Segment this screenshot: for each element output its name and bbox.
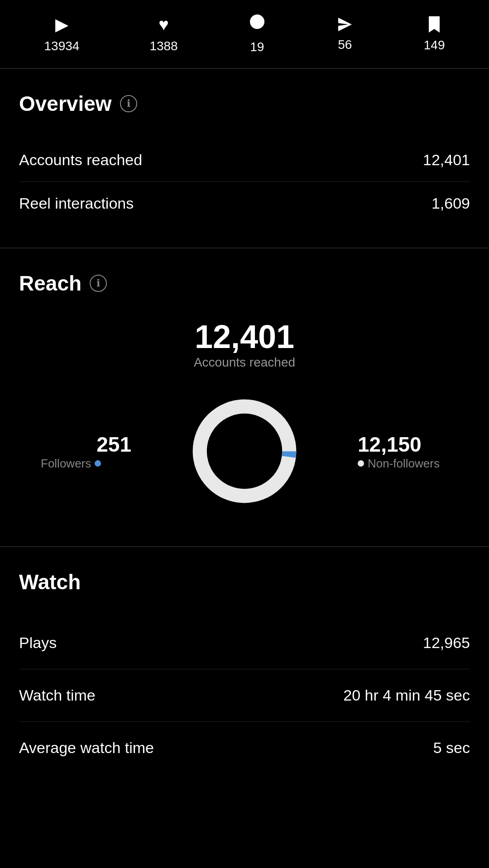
reel-interactions-row: Reel interactions 1,609: [19, 182, 470, 225]
non-followers-value: 12,150: [358, 432, 448, 457]
accounts-reached-label: Accounts reached: [19, 151, 142, 169]
non-followers-stat: 12,150 Non-followers: [358, 432, 448, 471]
reach-title: Reach ℹ: [19, 271, 470, 296]
watch-time-label: Watch time: [19, 687, 96, 704]
plays-value: 12,965: [423, 634, 470, 652]
plays-stat: ▶ 13934: [44, 14, 80, 53]
share-icon: [336, 16, 354, 33]
avg-watch-time-value: 5 sec: [433, 739, 470, 757]
comments-stat: 19: [248, 14, 266, 54]
svg-marker-2: [338, 18, 352, 31]
overview-title: Overview ℹ: [19, 91, 470, 116]
plays-value: 13934: [44, 39, 80, 53]
followers-value: 251: [41, 432, 131, 457]
non-followers-dot: [358, 460, 364, 467]
overview-info-icon[interactable]: ℹ: [120, 95, 137, 112]
comment-icon: [248, 14, 266, 35]
likes-stat: ♥ 1388: [149, 15, 177, 53]
avg-watch-time-row: Average watch time 5 sec: [19, 722, 470, 774]
accounts-reached-row: Accounts reached 12,401: [19, 138, 470, 182]
comments-value: 19: [250, 40, 264, 54]
plays-label: Plays: [19, 634, 57, 652]
likes-value: 1388: [149, 39, 177, 53]
reel-interactions-label: Reel interactions: [19, 195, 134, 212]
non-followers-label: Non-followers: [358, 457, 448, 471]
watch-time-row: Watch time 20 hr 4 min 45 sec: [19, 669, 470, 722]
avg-watch-time-label: Average watch time: [19, 739, 154, 757]
shares-value: 56: [338, 38, 352, 52]
top-stats-bar: ▶ 13934 ♥ 1388 19 56 149: [0, 0, 489, 68]
reach-total-label: Accounts reached: [194, 355, 295, 370]
followers-dot: [95, 460, 101, 467]
play-icon: ▶: [55, 14, 68, 34]
overview-section: Overview ℹ Accounts reached 12,401 Reel …: [0, 69, 489, 248]
reach-info-icon[interactable]: ℹ: [90, 275, 107, 292]
reach-section: Reach ℹ 12,401 Accounts reached 251 Foll…: [0, 248, 489, 546]
saves-value: 149: [424, 38, 445, 52]
followers-stat: 251 Followers: [41, 432, 131, 471]
followers-label: Followers: [41, 457, 131, 471]
saves-stat: 149: [424, 15, 445, 52]
watch-section: Watch Plays 12,965 Watch time 20 hr 4 mi…: [0, 547, 489, 796]
watch-title: Watch: [19, 570, 470, 594]
accounts-reached-value: 12,401: [423, 151, 470, 169]
donut-chart: [186, 392, 303, 510]
plays-row: Plays 12,965: [19, 617, 470, 669]
reach-total-value: 12,401: [195, 318, 294, 355]
heart-icon: ♥: [158, 15, 169, 34]
shares-stat: 56: [336, 16, 354, 52]
svg-point-3: [200, 406, 289, 496]
svg-point-0: [250, 14, 264, 29]
reel-interactions-value: 1,609: [431, 195, 470, 212]
bookmark-icon: [427, 15, 441, 33]
donut-wrapper: 251 Followers: [19, 383, 470, 519]
reach-chart-area: 12,401 Accounts reached 251 Followers: [19, 318, 470, 519]
watch-time-value: 20 hr 4 min 45 sec: [343, 687, 470, 704]
